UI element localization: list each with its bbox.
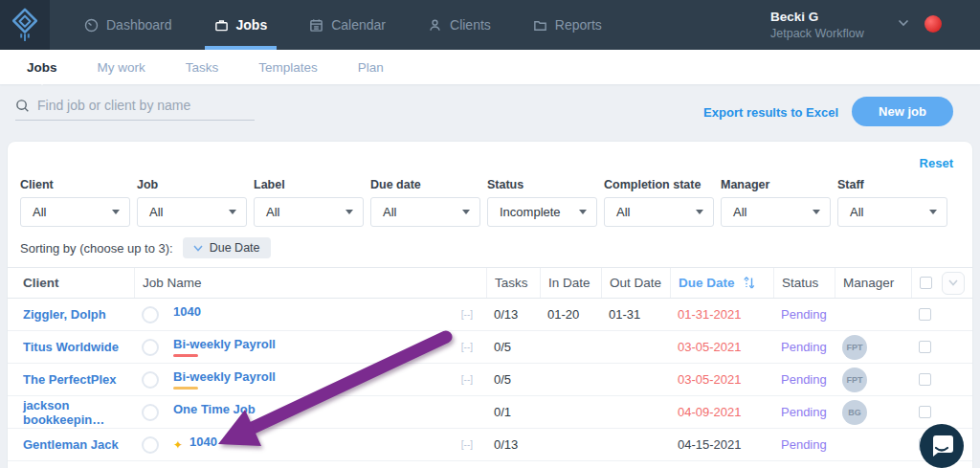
job-progress-circle[interactable] xyxy=(142,404,159,421)
filter-value: Incomplete xyxy=(500,205,561,219)
dropdown-arrow-icon xyxy=(112,210,120,214)
out-date: 01-31 xyxy=(601,307,670,322)
job-cell: Bi-weekly Payroll [--] xyxy=(134,364,486,395)
tab-my-work[interactable]: My work xyxy=(98,60,145,75)
client-filter-select[interactable]: All xyxy=(20,197,130,227)
due-date-filter-select[interactable]: All xyxy=(370,197,480,227)
nav-item-dashboard[interactable]: Dashboard xyxy=(84,0,172,50)
label-filter-select[interactable]: All xyxy=(254,197,364,227)
filter-value: All xyxy=(266,205,279,219)
table-row: Ziggler, Dolph 1040 [--] 0/13 01-20 01-3… xyxy=(8,299,972,331)
chevron-down-icon xyxy=(948,279,958,286)
status-filter-select[interactable]: Incomplete xyxy=(487,197,597,227)
sort-chip-due-date[interactable]: Due Date xyxy=(183,237,271,258)
tab-templates[interactable]: Templates xyxy=(258,60,318,75)
col-header-out-date[interactable]: Out Date xyxy=(601,268,670,298)
job-cell: One Time Job xyxy=(134,396,486,428)
job-cell: ✦ 1040 [--] xyxy=(134,429,486,460)
briefcase-icon xyxy=(214,18,229,33)
sort-direction-icon[interactable] xyxy=(743,277,755,289)
nav-item-clients[interactable]: Clients xyxy=(428,0,491,50)
nav-item-jobs[interactable]: Jobs xyxy=(214,0,268,50)
nav-label: Jobs xyxy=(236,17,268,33)
due-date: 04-15-2021 xyxy=(670,437,773,452)
select-all-checkbox[interactable] xyxy=(920,277,932,289)
tab-jobs[interactable]: Jobs xyxy=(27,60,57,75)
job-progress-circle[interactable] xyxy=(142,306,159,323)
job-cell: 1040 [--] xyxy=(134,299,486,330)
status-badge[interactable]: Pending xyxy=(773,405,835,419)
job-name-link[interactable]: 1040 xyxy=(173,304,201,319)
job-label-bar xyxy=(189,452,214,455)
completion-state-filter-select[interactable]: All xyxy=(604,197,714,227)
client-link[interactable]: Titus Worldwide xyxy=(8,340,134,354)
job-progress-circle[interactable] xyxy=(142,371,159,389)
reset-filters-link[interactable]: Reset xyxy=(920,156,953,170)
table-row: Gentleman Jack ✦ 1040 [--] 0/13 04-15-20… xyxy=(8,429,972,461)
filter-value: All xyxy=(383,205,396,219)
dependency-icon[interactable]: [--] xyxy=(461,439,473,450)
col-header-status[interactable]: Status xyxy=(773,268,835,298)
jobs-table: Client Job Name Tasks In Date Out Date D… xyxy=(8,267,972,461)
status-badge[interactable]: Pending xyxy=(773,372,835,387)
manager-filter-select[interactable]: All xyxy=(721,197,831,227)
filter-label: Due date xyxy=(370,178,480,191)
dependency-icon[interactable]: [--] xyxy=(461,374,473,385)
col-header-select xyxy=(911,268,972,298)
app-logo[interactable] xyxy=(0,0,50,50)
col-header-manager[interactable]: Manager xyxy=(835,268,911,298)
client-link[interactable]: Ziggler, Dolph xyxy=(8,307,134,322)
status-badge[interactable]: Pending xyxy=(773,340,835,354)
col-header-client[interactable]: Client xyxy=(8,268,134,298)
client-link[interactable]: jackson bookkeepin… xyxy=(8,398,134,427)
row-checkbox[interactable] xyxy=(919,406,931,418)
job-progress-circle[interactable] xyxy=(142,339,159,356)
filter-manager: Manager All xyxy=(721,178,831,227)
staff-filter-select[interactable]: All xyxy=(837,197,947,227)
filter-label: Completion state xyxy=(604,178,714,191)
tab-tasks[interactable]: Tasks xyxy=(186,60,219,75)
filter-label: Staff xyxy=(837,178,947,191)
col-header-due-date[interactable]: Due Date xyxy=(670,268,773,298)
row-checkbox[interactable] xyxy=(919,373,931,386)
tab-plan[interactable]: Plan xyxy=(358,60,384,75)
bulk-actions-button[interactable] xyxy=(942,272,965,295)
chevron-down-icon[interactable] xyxy=(898,19,909,27)
col-header-tasks[interactable]: Tasks xyxy=(486,268,540,298)
job-filter-select[interactable]: All xyxy=(137,197,247,227)
chat-bubble-icon xyxy=(919,423,965,468)
col-header-label: Due Date xyxy=(679,276,735,290)
search-field[interactable] xyxy=(15,98,255,121)
sparkle-icon: ✦ xyxy=(173,438,183,452)
dependency-icon[interactable]: [--] xyxy=(461,342,473,352)
col-header-in-date[interactable]: In Date xyxy=(540,268,601,298)
status-badge[interactable]: Pending xyxy=(773,437,835,452)
col-header-job-name[interactable]: Job Name xyxy=(134,268,486,298)
job-name-link[interactable]: Bi-weekly Payroll xyxy=(173,369,276,384)
row-checkbox[interactable] xyxy=(919,308,931,321)
nav-item-reports[interactable]: Reports xyxy=(533,0,602,50)
table-header-row: Client Job Name Tasks In Date Out Date D… xyxy=(8,267,972,299)
user-menu[interactable]: Becki G Jetpack Workflow xyxy=(770,9,864,41)
nav-item-calendar[interactable]: Calendar xyxy=(309,0,386,50)
client-link[interactable]: The PerfectPlex xyxy=(8,372,134,387)
dropdown-arrow-icon xyxy=(229,210,236,214)
dependency-icon[interactable]: [--] xyxy=(461,309,473,320)
job-name-link[interactable]: Bi-weekly Payroll xyxy=(173,337,276,351)
chat-launcher-button[interactable] xyxy=(919,423,965,468)
row-checkbox[interactable] xyxy=(919,341,931,353)
job-name-link[interactable]: One Time Job xyxy=(173,402,256,416)
person-icon xyxy=(428,18,442,33)
status-badge[interactable]: Pending xyxy=(773,307,835,322)
job-label-bar xyxy=(173,387,198,390)
search-input[interactable] xyxy=(37,98,238,113)
job-name-link[interactable]: 1040 xyxy=(189,435,217,449)
due-date: 01-31-2021 xyxy=(670,307,773,322)
new-job-button[interactable]: New job xyxy=(852,97,953,126)
export-to-excel-link[interactable]: Export results to Excel xyxy=(703,105,838,120)
dropdown-arrow-icon xyxy=(813,210,820,214)
job-progress-circle[interactable] xyxy=(142,436,159,454)
tasks-count: 0/5 xyxy=(486,372,540,387)
filter-status: Status Incomplete xyxy=(487,178,597,227)
client-link[interactable]: Gentleman Jack xyxy=(8,437,134,452)
